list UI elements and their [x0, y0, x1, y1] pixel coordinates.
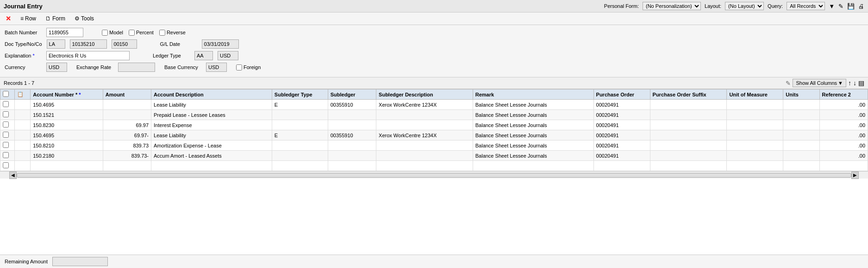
row-purchase-order-suffix[interactable] [650, 130, 727, 140]
row-units[interactable] [783, 151, 819, 161]
row-remark[interactable]: Balance Sheet Lessee Journals [473, 130, 593, 140]
row-purchase-order-suffix[interactable] [650, 110, 727, 120]
row-reference2[interactable]: .00 [819, 110, 868, 120]
export-icon[interactable]: ↑ [848, 79, 851, 87]
table-row[interactable]: 150.1521 Prepaid Lease - Lessee Leases B… [0, 110, 868, 120]
row-amount[interactable]: 839.73- [103, 151, 151, 161]
row-checkbox[interactable] [3, 162, 9, 168]
table-row[interactable]: 150.4695 69.97- Lease Liability E 003559… [0, 130, 868, 140]
row-purchase-order-suffix[interactable] [650, 151, 727, 161]
row-units[interactable] [783, 110, 819, 120]
row-purchase-order-suffix[interactable] [650, 140, 727, 151]
model-checkbox[interactable] [102, 30, 108, 36]
scroll-right-button[interactable]: ▶ [851, 172, 859, 179]
row-reference2[interactable]: .00 [819, 151, 868, 161]
row-account-number[interactable]: 150.8230 [31, 120, 103, 130]
table-row[interactable]: 150.4695 Lease Liability E 00355910 Xero… [0, 100, 868, 110]
row-reference2[interactable] [819, 161, 868, 171]
layout-select[interactable]: (No Layout) [725, 2, 764, 10]
row-unit-of-measure[interactable] [727, 161, 783, 171]
row-checkbox[interactable] [3, 132, 9, 138]
row-account-description[interactable]: Lease Liability [151, 100, 272, 110]
row-account-description[interactable]: Prepaid Lease - Lessee Leases [151, 110, 272, 120]
row-units[interactable] [783, 140, 819, 151]
row-amount[interactable]: 69.97 [103, 120, 151, 130]
row-subledger[interactable] [328, 161, 376, 171]
scroll-left-button[interactable]: ◀ [9, 172, 17, 179]
personal-form-select[interactable]: (No Personalization) [643, 2, 701, 10]
row-subledger-type[interactable] [272, 161, 328, 171]
row-unit-of-measure[interactable] [727, 151, 783, 161]
row-account-number[interactable] [31, 161, 103, 171]
row-subledger-description[interactable] [376, 120, 473, 130]
select-all-checkbox[interactable] [3, 91, 9, 97]
row-remark[interactable]: Balance Sheet Lessee Journals [473, 151, 593, 161]
show-all-columns-button[interactable]: Show All Columns ▼ [793, 79, 846, 87]
row-account-number[interactable]: 150.4695 [31, 100, 103, 110]
row-account-number[interactable]: 150.8210 [31, 140, 103, 151]
exchange-rate-input[interactable] [118, 63, 155, 72]
row-subledger-type[interactable] [272, 110, 328, 120]
row-amount[interactable] [103, 100, 151, 110]
row-unit-of-measure[interactable] [727, 130, 783, 140]
row-subledger-type[interactable]: E [272, 100, 328, 110]
row-account-description[interactable]: Lease Liability [151, 130, 272, 140]
row-checkbox[interactable] [3, 101, 9, 107]
row-account-description[interactable] [151, 161, 272, 171]
reverse-checkbox[interactable] [159, 30, 165, 36]
row-amount[interactable] [103, 161, 151, 171]
foreign-checkbox[interactable] [236, 64, 242, 70]
row-remark[interactable]: Balance Sheet Lessee Journals [473, 100, 593, 110]
row-subledger-type[interactable] [272, 151, 328, 161]
remaining-amount-input[interactable] [52, 257, 108, 266]
ledger-type-input[interactable] [194, 51, 213, 60]
row-subledger-type[interactable] [272, 120, 328, 130]
row-subledger[interactable] [328, 110, 376, 120]
row-purchase-order[interactable]: 00020491 [593, 110, 650, 120]
row-subledger-description[interactable] [376, 151, 473, 161]
doc-type-input[interactable] [47, 39, 65, 49]
ledger-currency-input[interactable] [218, 51, 238, 60]
row-amount[interactable]: 839.73 [103, 140, 151, 151]
row-subledger-description[interactable] [376, 140, 473, 151]
row-units[interactable] [783, 161, 819, 171]
row-unit-of-measure[interactable] [727, 100, 783, 110]
row-account-number[interactable]: 150.1521 [31, 110, 103, 120]
row-reference2[interactable]: .00 [819, 120, 868, 130]
row-amount[interactable] [103, 110, 151, 120]
row-subledger[interactable]: 00355910 [328, 130, 376, 140]
row-purchase-order[interactable]: 00020491 [593, 120, 650, 130]
filter-icon[interactable]: ▼ [829, 3, 835, 10]
row-account-description[interactable]: Amortization Expense - Lease [151, 140, 272, 151]
explanation-input[interactable] [46, 51, 130, 60]
row-subledger-type[interactable]: E [272, 130, 328, 140]
row-checkbox[interactable] [3, 142, 9, 148]
form-button[interactable]: 🗋 Form [44, 14, 67, 23]
row-remark[interactable]: Balance Sheet Lessee Journals [473, 110, 593, 120]
row-subledger-description[interactable]: Xerox WorkCentre 1234X [376, 130, 473, 140]
table-row[interactable]: 150.2180 839.73- Accum Amort - Leased As… [0, 151, 868, 161]
grid-edit-icon[interactable]: ✎ [786, 80, 791, 87]
row-unit-of-measure[interactable] [727, 120, 783, 130]
row-subledger[interactable]: 00355910 [328, 100, 376, 110]
row-remark[interactable] [473, 161, 593, 171]
row-units[interactable] [783, 100, 819, 110]
row-account-description[interactable]: Accum Amort - Leased Assets [151, 151, 272, 161]
row-subledger-description[interactable] [376, 161, 473, 171]
row-checkbox[interactable] [3, 121, 9, 128]
percent-checkbox[interactable] [129, 30, 135, 36]
currency-input[interactable] [46, 63, 67, 72]
row-button[interactable]: ≡ Row [19, 14, 38, 23]
grid-settings-icon[interactable]: ▤ [858, 79, 864, 87]
row-account-number[interactable]: 150.2180 [31, 151, 103, 161]
row-purchase-order-suffix[interactable] [650, 100, 727, 110]
col-header-check[interactable] [0, 89, 15, 100]
table-row[interactable] [0, 161, 868, 171]
table-row[interactable]: 150.8230 69.97 Interest Expense Balance … [0, 120, 868, 130]
row-remark[interactable]: Balance Sheet Lessee Journals [473, 140, 593, 151]
row-account-number[interactable]: 150.4695 [31, 130, 103, 140]
row-checkbox[interactable] [3, 111, 9, 117]
batch-number-input[interactable] [46, 28, 83, 37]
save-icon[interactable]: 💾 [847, 3, 855, 10]
row-purchase-order-suffix[interactable] [650, 161, 727, 171]
